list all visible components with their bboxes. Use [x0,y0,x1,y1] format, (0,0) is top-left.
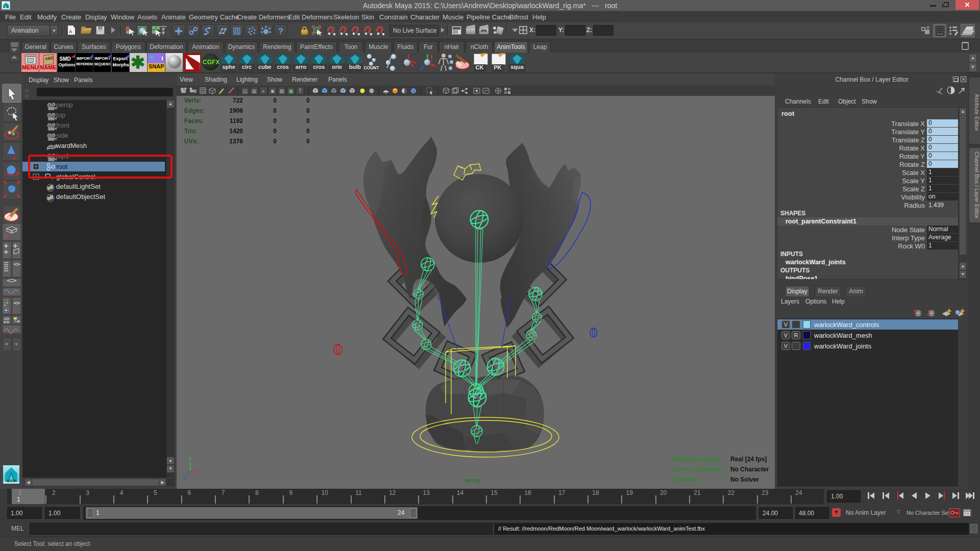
svg-text:UVs:: UVs: [184,138,198,145]
svg-text:0: 0 [273,97,277,104]
svg-text:MAYA: MAYA [7,479,16,483]
svg-text:0: 0 [273,128,277,135]
svg-text:persp: persp [56,101,73,109]
svg-text:0: 0 [306,128,310,135]
svg-text:No Solver: No Solver [730,476,759,483]
svg-text:0: 0 [306,138,310,145]
svg-text:0: 0 [306,97,310,104]
svg-text:front: front [56,121,69,129]
svg-text:Tris:: Tris: [184,128,197,135]
svg-text:0: 0 [273,138,277,145]
svg-text:1376: 1376 [229,138,243,145]
svg-text:z: z [183,475,186,481]
svg-text:1192: 1192 [230,117,243,124]
svg-text:Current Character:: Current Character: [671,466,726,473]
svg-text:Playback Speed:: Playback Speed: [671,456,720,463]
svg-text:1420: 1420 [229,128,243,135]
svg-text:x: x [198,468,201,473]
svg-text:wardMesh: wardMesh [56,142,87,149]
svg-text:1906: 1906 [229,107,243,114]
svg-text:722: 722 [233,97,243,104]
svg-text:?: ? [278,27,283,36]
svg-text:persp: persp [465,477,480,483]
svg-text:Real [24 fps]: Real [24 fps] [730,456,767,463]
svg-text:side: side [56,132,68,139]
svg-text:Faces:: Faces: [184,117,204,124]
svg-text:defaultLightSet: defaultLightSet [56,183,101,190]
svg-text:No Character: No Character [730,466,769,473]
svg-text:IK Blend:: IK Blend: [671,476,698,483]
svg-text:Y: Y [188,457,192,462]
svg-text:0: 0 [273,117,277,124]
svg-text:defaultObjectSet: defaultObjectSet [56,193,106,201]
svg-text:Verts:: Verts: [184,97,201,104]
svg-text:0: 0 [306,107,310,114]
svg-text:0: 0 [306,117,310,124]
svg-text:0: 0 [273,107,277,114]
svg-text:top: top [56,111,65,119]
svg-text:Edges:: Edges: [184,107,205,114]
